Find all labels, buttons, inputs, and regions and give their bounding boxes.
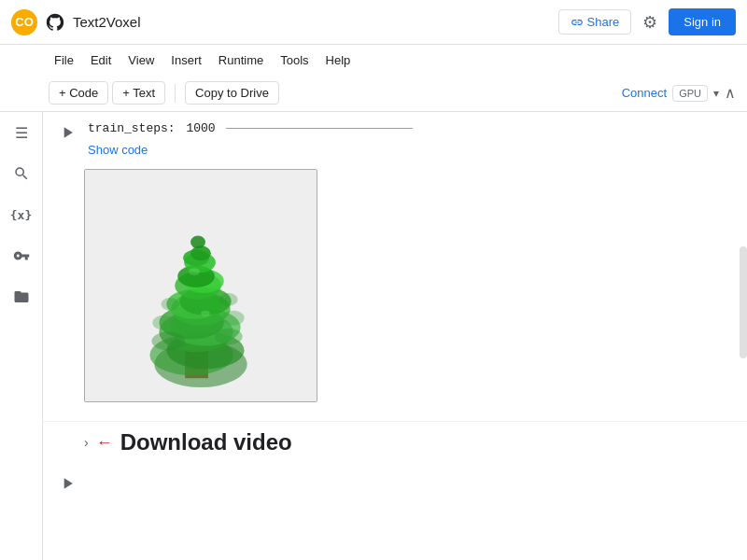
svg-point-20 [152,315,175,330]
svg-point-25 [201,311,210,316]
sidebar-toc-icon[interactable]: ☰ [8,119,35,146]
cell-toolbar: train_steps: 1000 Show code [43,119,747,158]
link-icon [571,16,584,29]
menubar: File Edit View Insert Runtime Tools Help [0,45,747,75]
toolbar: + Code + Text Copy to Drive Connect GPU … [0,75,747,112]
arrow-left-icon: ← [96,433,113,453]
toolbar-divider [175,84,176,103]
cell-code-content: train_steps: 1000 Show code [80,119,424,158]
sidebar-search-icon[interactable] [8,161,35,187]
svg-point-18 [151,332,185,351]
share-button[interactable]: Share [558,9,632,35]
settings-button[interactable]: ⚙ [639,8,661,36]
code-line-train-steps: train_steps: 1000 [88,119,413,137]
svg-point-22 [161,298,179,311]
svg-point-21 [222,311,245,326]
gpu-badge: GPU [672,85,708,102]
code-value: 1000 [186,121,215,135]
svg-point-23 [219,293,238,306]
voxel-tree-svg [85,170,317,401]
topbar: CO Text2Voxel Share ⚙ Sign in [0,0,747,45]
svg-point-17 [190,235,205,248]
scrollbar[interactable] [740,246,747,358]
next-run-button[interactable] [54,470,80,497]
sidebar-keys-icon[interactable] [8,243,35,269]
content-area: train_steps: 1000 Show code [43,112,747,560]
sidebar-variables-icon[interactable]: {x} [8,202,35,228]
connect-button[interactable]: Connect [622,86,667,100]
sidebar: ☰ {x} [0,112,43,560]
download-section: › ← Download video [43,422,747,463]
menu-tools[interactable]: Tools [273,49,316,71]
svg-point-24 [189,268,200,275]
app-title: Text2Voxel [73,14,141,30]
code-key: train_steps: [88,121,176,135]
menu-file[interactable]: File [47,49,81,71]
github-icon [45,12,65,33]
main-layout: ☰ {x} train_steps: 1000 [0,112,747,560]
next-cell [43,463,747,504]
code-cell: train_steps: 1000 Show code [43,112,747,422]
sidebar-files-icon[interactable] [8,284,35,310]
toolbar-right: Connect GPU ▾ ∧ [622,84,736,102]
signin-button[interactable]: Sign in [669,8,736,35]
menu-insert[interactable]: Insert [163,49,209,71]
menu-help[interactable]: Help [318,49,359,71]
download-title: Download video [120,429,292,455]
colab-logo: CO [11,9,37,35]
copy-drive-button[interactable]: Copy to Drive [185,81,279,105]
chevron-down-icon[interactable]: ▾ [713,87,719,100]
show-code-link[interactable]: Show code [88,143,148,157]
chevron-right-icon[interactable]: › [84,435,89,450]
menu-edit[interactable]: Edit [83,49,119,71]
collapse-button[interactable]: ∧ [725,84,736,102]
add-text-button[interactable]: + Text [112,81,165,105]
underline-decoration [226,128,413,129]
menu-runtime[interactable]: Runtime [211,49,271,71]
voxel-image-output [84,169,317,402]
run-button[interactable] [54,119,80,146]
add-code-button[interactable]: + Code [49,81,108,105]
menu-view[interactable]: View [120,49,162,71]
svg-point-19 [215,329,243,345]
